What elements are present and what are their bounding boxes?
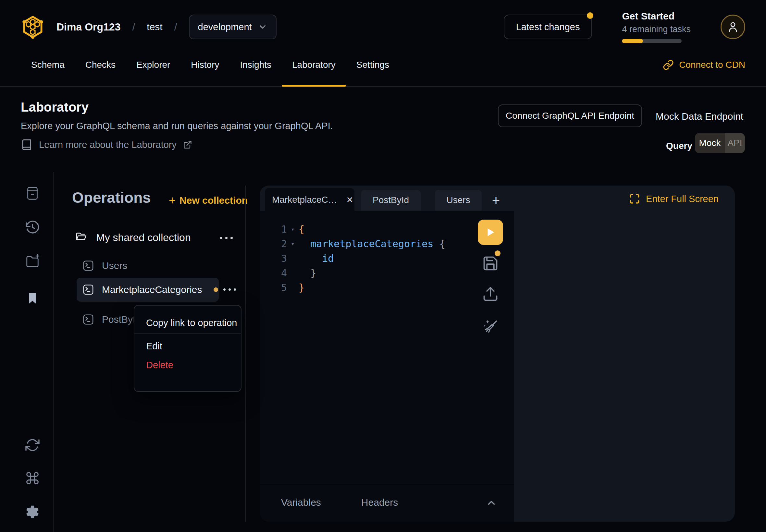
mock-data-endpoint-link[interactable]: Mock Data Endpoint <box>656 111 743 122</box>
line-number: 2 <box>260 238 287 249</box>
connect-graphql-endpoint-button[interactable]: Connect GraphQL API Endpoint <box>498 104 642 127</box>
user-avatar[interactable] <box>721 15 745 39</box>
refresh-icon[interactable] <box>25 437 40 453</box>
collection-header[interactable]: My shared collection <box>75 228 237 247</box>
query-mode-mock[interactable]: Mock <box>695 133 725 153</box>
headers-tab[interactable]: Headers <box>361 497 398 508</box>
nav-tab-checks[interactable]: Checks <box>75 44 126 86</box>
variables-tab[interactable]: Variables <box>281 497 321 508</box>
nav-tab-history[interactable]: History <box>180 44 229 86</box>
settings-gear-icon[interactable] <box>25 504 40 520</box>
enter-fullscreen-button[interactable]: Enter Full Screen <box>629 186 719 212</box>
history-icon[interactable] <box>25 220 40 235</box>
nav-tab-label: Schema <box>31 60 65 70</box>
nav-tab-insights[interactable]: Insights <box>229 44 282 86</box>
user-icon <box>727 21 739 33</box>
nav-tab-settings[interactable]: Settings <box>346 44 400 86</box>
query-mode-api[interactable]: API <box>725 133 745 153</box>
share-operation-button[interactable] <box>482 285 499 302</box>
bookmark-icon[interactable] <box>25 291 40 306</box>
code-text: { <box>298 224 304 235</box>
code-line[interactable]: 1▾{ <box>260 222 514 236</box>
fold-arrow-icon[interactable]: ▾ <box>287 240 298 247</box>
line-number: 5 <box>260 282 287 293</box>
get-started-widget[interactable]: Get Started 4 remaining tasks <box>622 11 691 43</box>
breadcrumb-separator: / <box>132 21 135 33</box>
nav-tab-label: Checks <box>85 60 115 70</box>
prettify-button[interactable] <box>482 318 499 335</box>
menu-item-delete[interactable]: Delete <box>134 357 241 372</box>
external-link-icon <box>183 140 192 149</box>
header-breadcrumb: Dima Org123 / test / development <box>21 14 276 40</box>
nav-tab-label: Settings <box>356 60 389 70</box>
nav-tab-laboratory[interactable]: Laboratory <box>282 44 346 86</box>
nav-tab-schema[interactable]: Schema <box>21 44 75 86</box>
code-text: id <box>298 253 334 264</box>
code-line[interactable]: 4 } <box>260 266 514 280</box>
org-name[interactable]: Dima Org123 <box>56 21 120 33</box>
command-icon[interactable] <box>25 470 40 486</box>
connect-to-cdn-link[interactable]: Connect to CDN <box>663 44 745 86</box>
editor-tab-postbyid[interactable]: PostById <box>361 190 421 211</box>
run-query-button[interactable] <box>478 220 503 245</box>
operation-item-marketplace-categories[interactable]: MarketplaceCategories <box>77 278 219 302</box>
code-token: id <box>322 253 334 264</box>
code-area[interactable]: 1▾{2▾ marketplaceCategories {3 id4 }5} <box>260 222 514 295</box>
code-token: { <box>439 238 445 249</box>
connect-to-cdn-label: Connect to CDN <box>679 60 745 70</box>
editor-tab-label: MarketplaceC… <box>272 195 337 205</box>
unsaved-changes-dot <box>495 250 501 256</box>
operation-icon <box>82 313 95 326</box>
laboratory-panel: MarketplaceC… ✕ PostById Users + Enter F… <box>260 186 735 522</box>
laboratory-screen: Dima Org123 / test / development Latest … <box>0 0 766 532</box>
close-tab-icon[interactable]: ✕ <box>346 195 353 205</box>
collection-more-button[interactable] <box>220 237 233 239</box>
editor-tab-label: PostById <box>372 195 409 205</box>
code-token <box>433 238 439 249</box>
code-token <box>298 253 322 264</box>
nav-tab-explorer[interactable]: Explorer <box>126 44 180 86</box>
operation-item-users[interactable]: Users <box>77 254 219 278</box>
operation-icon <box>82 259 95 272</box>
nav-tab-label: Insights <box>240 60 271 70</box>
query-label: Query <box>666 141 692 151</box>
editor-tab-marketplace[interactable]: MarketplaceC… ✕ <box>265 188 354 212</box>
hive-logo-icon[interactable] <box>21 15 45 39</box>
editor-tab-label: Users <box>446 195 470 205</box>
operation-label: MarketplaceCategories <box>102 284 202 295</box>
code-token: } <box>310 267 316 279</box>
operation-icon <box>82 283 95 296</box>
code-text: marketplaceCategories { <box>298 238 445 249</box>
book-icon <box>21 139 32 151</box>
editor-footer: Variables Headers <box>260 483 514 522</box>
chevron-up-icon[interactable] <box>485 496 498 509</box>
fold-arrow-icon[interactable]: ▾ <box>287 226 298 233</box>
collections-icon[interactable] <box>25 186 40 201</box>
learn-more-link[interactable]: Learn more about the Laboratory <box>21 139 192 151</box>
new-tab-button[interactable]: + <box>487 191 505 210</box>
project-name[interactable]: test <box>147 21 162 32</box>
code-line[interactable]: 3 id <box>260 251 514 266</box>
editor-tab-users[interactable]: Users <box>435 190 482 211</box>
save-operation-button[interactable] <box>482 255 499 272</box>
nav-tab-label: History <box>191 60 219 70</box>
new-folder-icon[interactable] <box>25 253 40 269</box>
menu-item-edit[interactable]: Edit <box>134 339 241 354</box>
code-line[interactable]: 5} <box>260 280 514 295</box>
chevron-down-icon <box>258 22 267 32</box>
operation-more-button[interactable] <box>223 288 236 291</box>
menu-item-copy-link[interactable]: Copy link to operation <box>134 315 241 330</box>
code-text: } <box>298 267 316 279</box>
latest-changes-button[interactable]: Latest changes <box>504 15 592 39</box>
main-nav: SchemaChecksExplorerHistoryInsightsLabor… <box>0 44 766 87</box>
latest-changes-label: Latest changes <box>516 22 580 32</box>
connect-graphql-endpoint-label: Connect GraphQL API Endpoint <box>506 111 634 121</box>
notification-dot <box>587 12 593 19</box>
environment-select[interactable]: development <box>189 15 276 39</box>
fullscreen-icon <box>629 193 640 204</box>
code-line[interactable]: 2▾ marketplaceCategories { <box>260 236 514 251</box>
link-icon <box>663 59 674 70</box>
panel-resize-handle[interactable] <box>245 186 246 522</box>
new-collection-button[interactable]: + New collection <box>169 195 248 206</box>
header-actions: Latest changes Get Started 4 remaining t… <box>504 14 745 40</box>
